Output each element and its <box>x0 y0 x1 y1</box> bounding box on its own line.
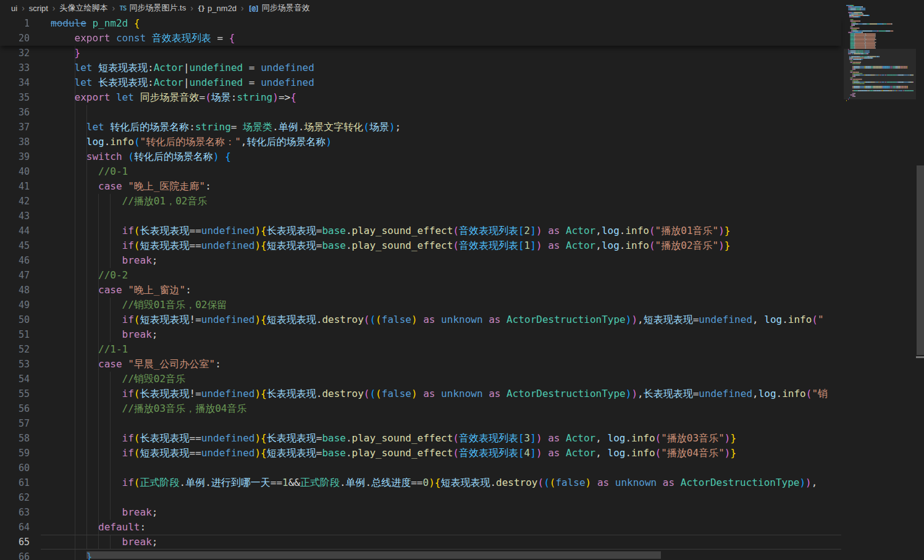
breadcrumb-item-folder[interactable]: 头像立绘脚本 <box>60 2 108 14</box>
code-line[interactable]: 64 default: <box>0 520 841 535</box>
code-line[interactable]: 42 //播放01，02音乐 <box>0 194 841 209</box>
line-number[interactable]: 36 <box>0 105 30 120</box>
code-line[interactable]: 44 if(长表现表现==undefined){长表现表现=base.play_… <box>0 224 841 238</box>
line-number[interactable]: 55 <box>0 387 30 401</box>
line-number[interactable]: 32 <box>0 46 30 61</box>
code-line[interactable]: 38 log.info("转化后的场景名称：",转化后的场景名称) <box>0 135 841 149</box>
line-number[interactable]: 42 <box>0 194 30 209</box>
symbol-variable-icon: [@] <box>248 4 259 12</box>
token-com: //0-2 <box>98 269 128 281</box>
breadcrumb-item-ui[interactable]: ui <box>11 4 17 13</box>
line-number[interactable]: 52 <box>0 342 30 357</box>
line-number[interactable]: 66 <box>0 550 30 560</box>
code-line[interactable]: 48 case "晚上_窗边": <box>0 283 841 298</box>
line-number[interactable]: 63 <box>0 505 30 520</box>
active-line-number[interactable]: 65 <box>0 535 30 550</box>
line-text: break; <box>51 327 158 342</box>
token-op: = <box>316 240 322 251</box>
code-line[interactable]: 33 let 短表现表现:Actor|undefined = undefined <box>0 61 841 75</box>
code-line[interactable]: 34 let 长表现表现:Actor|undefined = undefined <box>0 75 841 90</box>
code-line[interactable]: 52 //1-1 <box>0 342 841 357</box>
code-line[interactable]: 41 case "晚上_医院走廊": <box>0 179 841 194</box>
line-number[interactable]: 34 <box>0 75 30 90</box>
breadcrumb-item-namespace[interactable]: {} p_nm2d <box>198 4 237 13</box>
breadcrumb-item-script[interactable]: script <box>29 4 48 13</box>
line-number[interactable]: 39 <box>0 149 30 164</box>
line-number[interactable]: 49 <box>0 298 30 312</box>
code-line[interactable]: 40 //0-1 <box>0 164 841 179</box>
line-number[interactable]: 37 <box>0 120 30 135</box>
code-line[interactable]: 35 export let 同步场景音效=(场景:string)=>{ <box>0 90 841 105</box>
line-number[interactable]: 60 <box>0 461 30 475</box>
code-line[interactable]: 62 <box>0 490 841 505</box>
code-line[interactable]: 32 } <box>0 46 841 61</box>
line-number[interactable]: 38 <box>0 135 30 149</box>
code-line[interactable]: 53 case "早晨_公司办公室": <box>0 357 841 372</box>
code-line[interactable]: 1module p_nm2d { <box>0 16 841 31</box>
line-number[interactable]: 59 <box>0 446 30 461</box>
line-number[interactable]: 56 <box>0 401 30 416</box>
code-line[interactable]: 56 //播放03音乐，播放04音乐 <box>0 401 841 416</box>
line-text: export const 音效表现列表 = { <box>51 31 235 46</box>
line-number[interactable]: 53 <box>0 357 30 372</box>
code-line[interactable]: 57 <box>0 416 841 431</box>
line-number[interactable]: 64 <box>0 520 30 535</box>
minimap[interactable] <box>844 0 916 560</box>
line-number[interactable]: 40 <box>0 164 30 179</box>
line-number[interactable]: 43 <box>0 209 30 224</box>
code-line[interactable]: 47 //0-2 <box>0 268 841 283</box>
code-line[interactable]: 50 if(短表现表现!=undefined){短表现表现.destroy(((… <box>0 312 841 327</box>
line-number[interactable]: 33 <box>0 61 30 75</box>
code-area[interactable]: 32 }33 let 短表现表现:Actor|undefined = undef… <box>0 0 841 560</box>
code-line[interactable]: 46 break; <box>0 253 841 268</box>
code-line[interactable]: 58 if(长表现表现==undefined){长表现表现=base.play_… <box>0 431 841 446</box>
line-text: module p_nm2d { <box>51 16 140 31</box>
line-number[interactable]: 1 <box>0 16 30 31</box>
line-number[interactable]: 62 <box>0 490 30 505</box>
line-number[interactable]: 54 <box>0 372 30 387</box>
line-number[interactable]: 50 <box>0 312 30 327</box>
horizontal-scrollbar-thumb[interactable] <box>86 551 661 559</box>
code-line[interactable]: 59 if(短表现表现==undefined){短表现表现=base.play_… <box>0 446 841 461</box>
line-number[interactable]: 61 <box>0 475 30 490</box>
code-line[interactable]: 45 if(短表现表现==undefined){短表现表现=base.play_… <box>0 238 841 253</box>
code-line[interactable]: 49 //销毁01音乐，02保留 <box>0 298 841 312</box>
token-op: , <box>595 432 607 444</box>
code-line[interactable]: 39 switch (转化后的场景名称) { <box>0 149 841 164</box>
line-number[interactable]: 47 <box>0 268 30 283</box>
line-number[interactable]: 48 <box>0 283 30 298</box>
code-line[interactable]: 43 <box>0 209 841 224</box>
line-number[interactable]: 41 <box>0 179 30 194</box>
line-number[interactable]: 46 <box>0 253 30 268</box>
token-ctrl: as <box>489 314 500 325</box>
line-number[interactable]: 20 <box>0 31 30 46</box>
minimap-slider[interactable] <box>844 49 916 99</box>
breadcrumb-item-file[interactable]: TS 同步场景图片.ts <box>119 2 186 14</box>
vertical-scrollbar[interactable] <box>916 0 924 560</box>
breadcrumb-item-symbol[interactable]: [@] 同步场景音效 <box>248 2 310 14</box>
token-b1: ( <box>134 432 140 444</box>
code-line[interactable]: 60 <box>0 461 841 475</box>
line-number[interactable]: 57 <box>0 416 30 431</box>
code-line[interactable]: 54 //销毁02音乐 <box>0 372 841 387</box>
code-line[interactable]: 63 break; <box>0 505 841 520</box>
breadcrumb-label: 同步场景音效 <box>262 2 310 14</box>
token-fn: 场景文字转化 <box>304 121 363 133</box>
line-text: case "早晨_公司办公室": <box>51 357 221 372</box>
line-number[interactable]: 58 <box>0 431 30 446</box>
code-line[interactable]: 36 <box>0 105 841 120</box>
line-number[interactable]: 45 <box>0 238 30 253</box>
code-line[interactable]: 51 break; <box>0 327 841 342</box>
sticky-scroll[interactable]: 1module p_nm2d {20 export const 音效表现列表 =… <box>0 16 841 46</box>
code-line[interactable]: 61 if(正式阶段.单例.进行到哪一天==1&&正式阶段.单例.总线进度==0… <box>0 475 841 490</box>
line-number[interactable]: 35 <box>0 90 30 105</box>
code-line[interactable]: 37 let 转化后的场景名称:string= 场景类.单例.场景文字转化(场景… <box>0 120 841 135</box>
code-line[interactable]: 55 if(长表现表现!=undefined){长表现表现.destroy(((… <box>0 387 841 401</box>
line-number[interactable]: 44 <box>0 224 30 238</box>
code-line[interactable]: 20 export const 音效表现列表 = { <box>0 31 841 46</box>
token-b1: } <box>724 240 731 251</box>
token-b2: ( <box>806 388 812 399</box>
line-number[interactable]: 51 <box>0 327 30 342</box>
vertical-scrollbar-thumb[interactable] <box>917 165 924 355</box>
code-line[interactable]: 65 break; <box>0 535 841 550</box>
